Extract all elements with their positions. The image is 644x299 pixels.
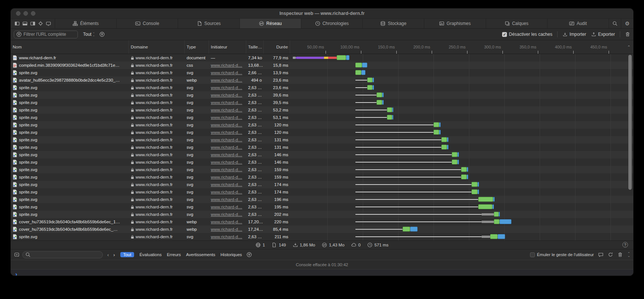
request-row[interactable]: sprite.svgwww.richard-dern.frsvgwww.rich… xyxy=(11,91,633,99)
request-row[interactable]: sprite.svgwww.richard-dern.frsvgwww.rich… xyxy=(11,188,633,196)
tab-graphismes[interactable]: Graphismes xyxy=(424,19,486,28)
column-header-type[interactable]: Type xyxy=(185,40,209,54)
column-header-initiator[interactable]: Initiateur xyxy=(209,40,246,54)
element-picker-icon[interactable] xyxy=(38,21,43,26)
settings-button[interactable]: ⚙ xyxy=(621,19,633,28)
collapse-waterfall-icon[interactable]: ⌃ xyxy=(627,45,631,50)
initiator-link[interactable]: www.richard-d… xyxy=(211,190,242,194)
initiator-link[interactable]: www.richard-d… xyxy=(211,235,242,239)
request-row[interactable]: sprite.svgwww.richard-dern.frsvgwww.rich… xyxy=(11,158,633,166)
initiator-link[interactable]: www.richard-d… xyxy=(211,175,242,179)
device-settings-icon[interactable] xyxy=(46,21,51,26)
emulate-gesture-checkbox[interactable]: Émuler le geste de l'utilisateur xyxy=(530,252,594,257)
console-trash-icon[interactable] xyxy=(618,252,623,257)
initiator-link[interactable]: www.richard-d… xyxy=(211,160,242,164)
initiator-link[interactable]: www.richard-d… xyxy=(211,93,242,97)
request-row[interactable]: sprite.svgwww.richard-dern.frsvgwww.rich… xyxy=(11,151,633,158)
initiator-link[interactable]: www.richard-d… xyxy=(211,130,242,135)
console-prompt[interactable]: › xyxy=(11,269,633,276)
initiator-link[interactable]: www.richard-d… xyxy=(211,63,242,67)
initiator-link[interactable]: www.richard-d… xyxy=(211,227,242,232)
console-scope-évaluations[interactable]: Évaluations xyxy=(139,252,161,257)
request-type: svg xyxy=(185,84,209,91)
search-button[interactable] xyxy=(609,19,621,28)
initiator-link[interactable]: www.richard-d… xyxy=(211,145,242,150)
request-row[interactable]: avatar_hu85ecc3e298728880b0bde2dcc4e5c23… xyxy=(11,76,633,84)
console-scope-historiques[interactable]: Historiques xyxy=(221,252,242,257)
tab-éléments[interactable]: Éléments xyxy=(55,19,117,28)
initiator-link[interactable]: www.richard-d… xyxy=(211,85,242,90)
request-row[interactable]: sprite.svgwww.richard-dern.frsvgwww.rich… xyxy=(11,181,633,188)
console-picker-icon[interactable] xyxy=(14,252,19,257)
request-row[interactable]: sprite.svgwww.richard-dern.frsvgwww.rich… xyxy=(11,114,633,121)
console-search-input[interactable] xyxy=(22,251,103,258)
waterfall-segment-grn xyxy=(337,55,346,60)
ruler-tick-label: 50,00 ms xyxy=(298,40,324,54)
request-row[interactable]: sprite.svgwww.richard-dern.frsvgwww.rich… xyxy=(11,203,633,211)
request-row[interactable]: sprite.svgwww.richard-dern.frsvgwww.rich… xyxy=(11,129,633,136)
column-header-domain[interactable]: Domaine xyxy=(129,40,185,54)
console-scope-avertissements[interactable]: Avertissements xyxy=(186,252,215,257)
nav-forward-icon[interactable]: › xyxy=(113,252,115,258)
help-button[interactable]: ? xyxy=(622,242,628,248)
request-row[interactable]: www.richard-dern.frwww.richard-dern.frdo… xyxy=(11,54,633,62)
console-reload-icon[interactable] xyxy=(608,252,613,257)
export-button[interactable]: Exporter xyxy=(591,32,615,37)
request-row[interactable]: sprite.svgwww.richard-dern.frsvgwww.rich… xyxy=(11,106,633,114)
console-filter-menu-icon[interactable] xyxy=(247,252,252,257)
console-bubble-icon[interactable] xyxy=(598,252,603,257)
dock-right-icon[interactable] xyxy=(30,21,35,26)
request-row[interactable]: sprite.svgwww.richard-dern.frsvgwww.rich… xyxy=(11,166,633,173)
request-row[interactable]: sprite.svgwww.richard-dern.frsvgwww.rich… xyxy=(11,84,633,91)
url-filter-input[interactable]: Filtrer l'URL complète xyxy=(14,31,78,38)
initiator-link[interactable]: www.richard-d… xyxy=(211,100,242,105)
request-row[interactable]: sprite.svgwww.richard-dern.frsvgwww.rich… xyxy=(11,173,633,181)
tab-sources[interactable]: Sources xyxy=(178,19,239,28)
initiator-link[interactable]: www.richard-d… xyxy=(211,115,242,120)
console-resize-icon[interactable]: ⌃⌄ xyxy=(627,252,630,257)
import-button[interactable]: Importer xyxy=(562,32,586,37)
console-scope-tout[interactable]: Tout xyxy=(120,252,134,257)
column-header-duration[interactable]: Durée xyxy=(264,40,290,54)
initiator-link[interactable]: www.richard-d… xyxy=(211,70,242,75)
disable-caches-checkbox[interactable]: ✓ Désactiver les caches xyxy=(502,32,552,37)
dock-left-icon[interactable] xyxy=(15,21,20,26)
column-header-name[interactable]: Nom xyxy=(11,40,129,54)
tab-stockage[interactable]: Stockage xyxy=(363,19,424,28)
console-scope-erreurs[interactable]: Erreurs xyxy=(167,252,181,257)
vertical-scrollbar[interactable] xyxy=(628,55,632,190)
initiator-link[interactable]: www.richard-d… xyxy=(211,123,242,127)
request-row[interactable]: sprite.svgwww.richard-dern.frsvgwww.rich… xyxy=(11,136,633,144)
tab-audit[interactable]: Audit xyxy=(548,19,609,28)
initiator-link[interactable]: www.richard-d… xyxy=(211,212,242,217)
tab-calques[interactable]: Calques xyxy=(486,19,548,28)
request-row[interactable]: sprite.svgwww.richard-dern.frsvgwww.rich… xyxy=(11,211,633,218)
initiator-link[interactable]: www.richard-d… xyxy=(211,167,242,172)
tab-réseau[interactable]: Réseau xyxy=(240,19,301,28)
request-row[interactable]: sprite.svgwww.richard-dern.frsvgwww.rich… xyxy=(11,121,633,129)
initiator-link[interactable]: www.richard-d… xyxy=(211,152,242,157)
tab-chronologies[interactable]: Chronologies xyxy=(301,19,363,28)
request-row[interactable]: cover_hu736519dc3b5040cfa48b6b559b6de6ec… xyxy=(11,226,633,233)
initiator-link[interactable]: www.richard-d… xyxy=(211,78,242,82)
request-row[interactable]: sprite.svgwww.richard-dern.frsvgwww.rich… xyxy=(11,99,633,106)
tab-console[interactable]: Console xyxy=(117,19,178,28)
initiator-link[interactable]: www.richard-d… xyxy=(211,138,242,142)
request-row[interactable]: compiled.min.38390909f303624ed9e1cf1bd3f… xyxy=(11,62,633,69)
request-row[interactable]: cover_hu736519dc3b5040cfa48b6b559b6de6ec… xyxy=(11,218,633,226)
initiator-link[interactable]: www.richard-d… xyxy=(211,205,242,209)
request-row[interactable]: sprite.svgwww.richard-dern.frsvgwww.rich… xyxy=(11,144,633,151)
request-row[interactable]: sprite.svgwww.richard-dern.frsvgwww.rich… xyxy=(11,69,633,76)
initiator-link[interactable]: www.richard-d… xyxy=(211,220,242,224)
clear-network-icon[interactable] xyxy=(625,32,630,37)
filter-menu-icon[interactable] xyxy=(99,32,105,37)
initiator-link[interactable]: www.richard-d… xyxy=(211,182,242,187)
resource-type-select[interactable]: Tout ⌃⌄ xyxy=(83,32,95,37)
request-row[interactable]: sprite.svgwww.richard-dern.frsvgwww.rich… xyxy=(11,233,633,240)
column-header-size[interactable]: Taille… xyxy=(246,40,264,54)
initiator-link[interactable]: www.richard-d… xyxy=(211,108,242,112)
initiator-link[interactable]: www.richard-d… xyxy=(211,197,242,202)
nav-back-icon[interactable]: ‹ xyxy=(107,252,109,258)
request-row[interactable]: sprite.svgwww.richard-dern.frsvgwww.rich… xyxy=(11,196,633,203)
dock-bottom-icon[interactable] xyxy=(22,21,28,26)
